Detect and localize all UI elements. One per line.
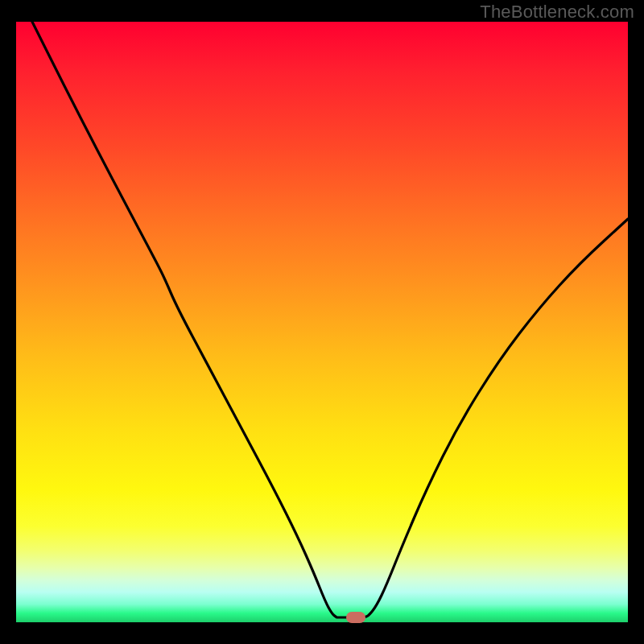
bottleneck-curve [32,22,628,617]
watermark-text: TheBottleneck.com [480,2,634,23]
chart-plot-area [16,22,628,622]
bottleneck-curve-svg [16,22,628,622]
optimal-point-marker [346,612,365,623]
